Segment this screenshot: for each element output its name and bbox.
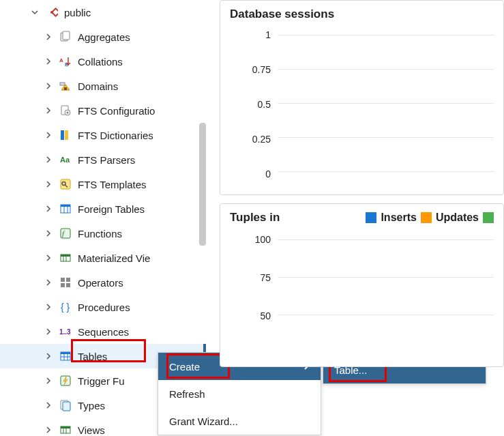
panel-title: Tuples in xyxy=(230,211,361,224)
tree-node-procedures[interactable]: { } Procedures xyxy=(0,295,206,319)
chevron-right-icon[interactable] xyxy=(44,155,53,164)
svg-rect-26 xyxy=(61,278,65,282)
domains-icon xyxy=(59,79,72,93)
y-tick: 0.25 xyxy=(248,134,271,145)
y-tick: 0.5 xyxy=(248,99,271,110)
tree-node-label: Types xyxy=(78,400,105,411)
procedures-icon: { } xyxy=(59,300,72,314)
panel-title: Database sessions xyxy=(230,8,494,21)
chevron-right-icon[interactable] xyxy=(44,253,53,263)
tree-node-label: Procedures xyxy=(78,302,130,313)
tree-node-fts-config[interactable]: FTS Configuratio xyxy=(0,98,206,123)
tree-node-fts-parsers[interactable]: Aa FTS Parsers xyxy=(0,147,206,172)
tree-node-collations[interactable]: AB Collations xyxy=(0,49,206,74)
y-axis: 1 0.75 0.5 0.25 0 xyxy=(248,29,271,179)
panel-header: Tuples in Inserts Updates xyxy=(230,211,494,224)
svg-rect-12 xyxy=(65,130,68,140)
y-tick: 75 xyxy=(248,272,271,283)
tree-node-label: Collations xyxy=(78,56,123,68)
tree-node-label: FTS Templates xyxy=(78,179,147,190)
chevron-right-icon[interactable] xyxy=(44,278,53,287)
chevron-right-icon[interactable] xyxy=(44,302,53,312)
svg-rect-39 xyxy=(63,402,70,411)
tree-node-label: Functions xyxy=(78,228,122,239)
dashboard-area: Database sessions 1 0.75 0.5 0.25 0 Tupl… xyxy=(220,0,504,436)
functions-icon: f xyxy=(59,227,72,240)
menu-item-label: Create xyxy=(169,361,200,373)
panel-tuples-in: Tuples in Inserts Updates 100 75 50 xyxy=(220,203,504,367)
fts-templates-icon xyxy=(59,177,72,191)
operators-icon xyxy=(59,276,72,289)
svg-text:{ }: { } xyxy=(61,302,70,313)
svg-rect-23 xyxy=(61,255,70,257)
y-tick: 50 xyxy=(248,310,271,321)
legend-label: Inserts xyxy=(381,212,416,224)
chart-tuples-in: 100 75 50 xyxy=(250,234,494,350)
types-icon xyxy=(59,398,72,412)
svg-rect-6 xyxy=(64,87,67,90)
tree-node-fts-templates[interactable]: FTS Templates xyxy=(0,172,206,197)
svg-text:Aa: Aa xyxy=(60,156,70,164)
chevron-right-icon[interactable] xyxy=(44,130,53,140)
tree-node-label: FTS Dictionaries xyxy=(78,130,153,141)
chevron-right-icon[interactable] xyxy=(44,351,53,361)
svg-point-10 xyxy=(67,112,69,114)
chevron-right-icon[interactable] xyxy=(44,57,53,66)
legend-label: Updates xyxy=(436,212,479,224)
svg-point-1 xyxy=(50,11,53,14)
chevron-right-icon[interactable] xyxy=(44,204,53,214)
menu-item-label: Refresh xyxy=(169,388,205,400)
svg-rect-7 xyxy=(60,83,65,85)
tree-node-operators[interactable]: Operators xyxy=(0,270,206,295)
tree-node-aggregates[interactable]: Aggregates xyxy=(0,25,206,49)
chevron-right-icon[interactable] xyxy=(44,401,53,410)
tree-node-schema-public[interactable]: public xyxy=(0,0,206,25)
legend-swatch-updates xyxy=(421,212,432,223)
chevron-right-icon[interactable] xyxy=(44,327,53,336)
svg-rect-11 xyxy=(61,130,64,140)
chevron-right-icon[interactable] xyxy=(44,81,53,91)
tree-node-materialized-views[interactable]: Materialized Vie xyxy=(0,246,206,270)
tree-node-label: public xyxy=(64,7,91,18)
svg-rect-29 xyxy=(66,283,70,287)
tree-node-label: Tables xyxy=(78,351,107,362)
svg-rect-27 xyxy=(66,278,70,282)
legend-swatch-extra xyxy=(483,212,494,223)
tree-node-fts-dict[interactable]: FTS Dictionaries xyxy=(0,123,206,147)
fts-dict-icon xyxy=(59,128,72,142)
y-tick: 0.75 xyxy=(248,64,271,75)
y-tick: 100 xyxy=(248,234,271,245)
tree-node-label: Materialized Vie xyxy=(78,252,150,264)
tree-node-label: Foreign Tables xyxy=(78,203,145,215)
chevron-down-icon[interactable] xyxy=(30,8,40,17)
mat-views-icon xyxy=(59,251,72,265)
legend-swatch-inserts xyxy=(366,212,376,223)
chevron-right-icon[interactable] xyxy=(44,376,53,386)
tree-node-domains[interactable]: Domains xyxy=(0,74,206,98)
svg-rect-3 xyxy=(63,31,70,40)
chevron-right-icon[interactable] xyxy=(44,179,53,189)
chevron-right-icon[interactable] xyxy=(44,106,53,115)
foreign-tables-icon xyxy=(59,202,72,216)
tree-node-foreign-tables[interactable]: Foreign Tables xyxy=(0,197,206,221)
svg-rect-28 xyxy=(61,283,65,287)
tree-node-label: Domains xyxy=(78,81,118,92)
y-tick: 0 xyxy=(248,169,271,179)
views-icon xyxy=(59,423,72,436)
chevron-right-icon[interactable] xyxy=(44,32,53,42)
svg-text:A: A xyxy=(59,57,63,63)
tree-node-label: Trigger Fu xyxy=(78,375,125,387)
chevron-right-icon[interactable] xyxy=(44,425,53,435)
sequences-icon: 1..3 xyxy=(59,325,72,338)
scrollbar-thumb[interactable] xyxy=(199,123,206,246)
svg-rect-17 xyxy=(61,205,70,207)
tree-node-label: Operators xyxy=(78,277,123,289)
tree-node-label: FTS Configuratio xyxy=(78,105,155,117)
panel-database-sessions: Database sessions 1 0.75 0.5 0.25 0 xyxy=(220,0,504,195)
chevron-right-icon[interactable] xyxy=(44,229,53,238)
svg-rect-33 xyxy=(61,352,70,354)
tree-node-functions[interactable]: f Functions xyxy=(0,221,206,246)
tree-node-label: Views xyxy=(78,424,105,436)
trigger-func-icon xyxy=(59,374,72,388)
tree-node-sequences[interactable]: 1..3 Sequences xyxy=(0,319,206,344)
